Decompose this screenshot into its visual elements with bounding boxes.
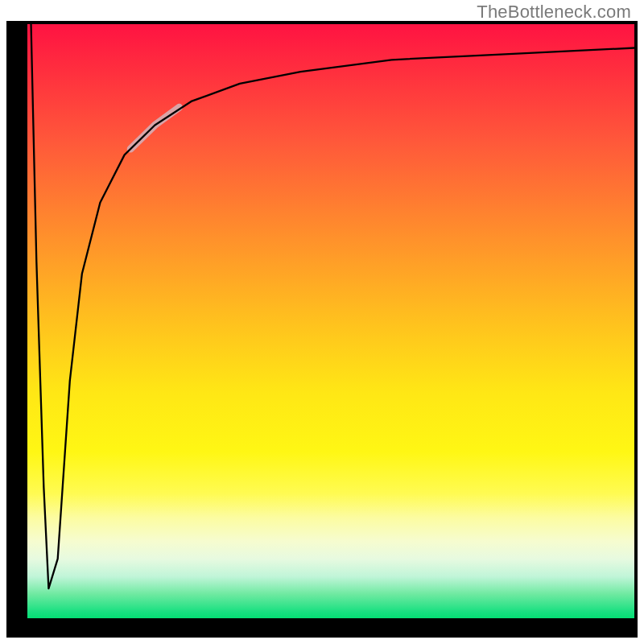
curve-svg: [27, 24, 634, 618]
chart-root: { "watermark": "TheBottleneck.com", "cha…: [0, 0, 644, 644]
chart-frame: [6, 21, 638, 638]
bottleneck-curve: [31, 24, 634, 588]
plot-area: [27, 24, 634, 618]
watermark-text: TheBottleneck.com: [477, 2, 631, 23]
